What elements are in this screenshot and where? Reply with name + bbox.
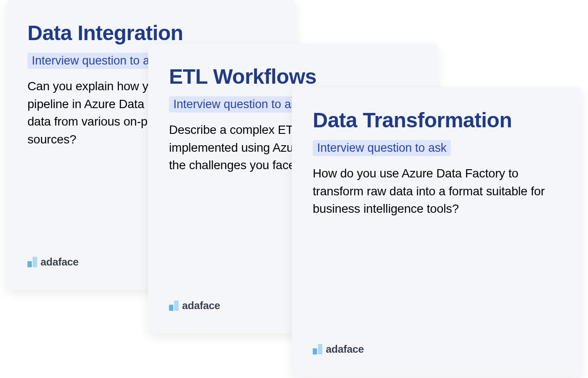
card-title: Data Integration [27, 21, 275, 45]
brand-name: adaface [326, 343, 364, 355]
brand-name: adaface [41, 256, 78, 268]
card-subtitle-badge: Interview question to ask [313, 140, 451, 156]
card-question-text: How do you use Azure Data Factory to tra… [313, 165, 561, 218]
brand-logo: adaface [313, 343, 364, 355]
bar-chart-icon [169, 300, 179, 311]
card-title: Data Transformation [313, 108, 561, 132]
brand-logo: adaface [169, 300, 220, 312]
interview-card-3: Data Transformation Interview question t… [292, 87, 581, 377]
card-subtitle-badge: Interview question to ask [27, 53, 166, 69]
brand-logo: adaface [27, 256, 78, 268]
card-title: ETL Workflows [169, 65, 417, 89]
bar-chart-icon [27, 257, 37, 267]
bar-chart-icon [313, 344, 322, 354]
brand-name: adaface [182, 300, 220, 312]
card-subtitle-badge: Interview question to ask [169, 96, 307, 112]
